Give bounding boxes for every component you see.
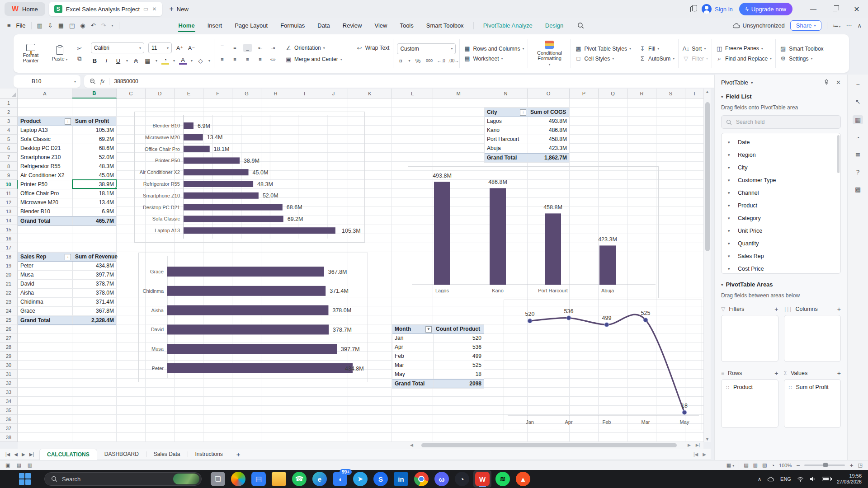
value-cell[interactable]: 1,862.7M — [528, 154, 569, 162]
row-label-cell[interactable]: Sales Rep↓ — [18, 253, 73, 261]
row-label-cell[interactable]: Peter — [18, 262, 73, 270]
row-label-cell[interactable]: Grand Total — [18, 217, 73, 225]
selected-cell[interactable] — [72, 179, 117, 189]
row-label-cell[interactable]: City↓ — [485, 108, 528, 117]
column-header-B[interactable]: B — [72, 89, 117, 99]
value-cell[interactable]: 2098 — [434, 380, 484, 388]
value-cell[interactable]: 371.4M — [73, 298, 116, 306]
row-label-cell[interactable]: May — [392, 370, 434, 379]
row-header-27[interactable]: 27 — [0, 333, 18, 343]
row-header-36[interactable]: 36 — [0, 415, 18, 424]
status-book-icon[interactable]: ▤ — [16, 462, 21, 468]
wifi-icon[interactable] — [797, 477, 804, 482]
justify-icon[interactable]: ≡ — [256, 55, 264, 63]
view-break-icon[interactable]: ▧ — [762, 462, 767, 468]
sheet-tab-instructions[interactable]: Instructions — [188, 449, 230, 460]
increase-font-icon[interactable]: A⁺ — [176, 45, 184, 52]
merge-center-button[interactable]: ▣ Merge and Center▾ — [285, 56, 342, 63]
area-field-chip[interactable]: ∷Product — [723, 381, 776, 393]
value-cell[interactable]: 69.2M — [73, 135, 116, 144]
share-button[interactable]: Share▾ — [790, 20, 822, 31]
field-item-region[interactable]: ▾Region — [722, 149, 840, 161]
align-bottom-icon[interactable]: ‗ — [243, 44, 252, 52]
clock[interactable]: 19:56 27/03/2026 — [837, 473, 862, 485]
value-cell[interactable]: 378.0M — [73, 289, 116, 297]
row-header-38[interactable]: 38 — [0, 433, 18, 442]
value-cell[interactable]: 2,328.4M — [73, 316, 116, 324]
column-header-H[interactable]: H — [261, 89, 290, 99]
comma-format-icon[interactable]: 000 — [425, 58, 433, 63]
row-label-cell[interactable]: Air Conditioner X2 — [18, 171, 73, 180]
sheet-tab-calculations[interactable]: CALCULATIONS — [39, 449, 97, 460]
row-header-1[interactable]: 1 — [0, 99, 18, 108]
row-label-cell[interactable]: Desktop PC D21 — [18, 144, 73, 153]
row-header-8[interactable]: 8 — [0, 162, 18, 171]
value-cell[interactable]: 486.8M — [528, 126, 569, 135]
row-label-cell[interactable]: Lagos — [485, 117, 528, 126]
area-dropzone-values[interactable]: ∷Sum of Profit — [784, 379, 841, 428]
value-cell[interactable]: 18 — [434, 370, 484, 379]
row-label-cell[interactable]: Printer P50 — [18, 180, 73, 189]
sheet-tab-sales-data[interactable]: Sales Data — [146, 449, 188, 460]
search-highlight-image[interactable] — [173, 474, 199, 484]
percent-format-icon[interactable]: % — [414, 57, 421, 64]
autosum-button[interactable]: Σ AutoSum▾ — [639, 55, 675, 62]
vertical-scrollbar[interactable]: ▲ ▼ — [703, 89, 711, 442]
taskbar-search[interactable]: Search — [44, 472, 202, 486]
row-label-cell[interactable]: Apr — [392, 343, 434, 352]
field-item-city[interactable]: ▾City — [722, 161, 840, 174]
last-sheet-icon[interactable]: ▶| — [29, 452, 34, 457]
row-header-37[interactable]: 37 — [0, 424, 18, 433]
fx-icon[interactable]: fx — [100, 78, 104, 85]
filter-icon[interactable]: ↓ — [520, 109, 526, 116]
value-cell[interactable]: 13.4M — [73, 198, 116, 207]
chart-profit_by_product[interactable]: Blender B106.9MMicrowave M2013.4MOffice … — [134, 112, 365, 243]
taskbar-app-telegram[interactable]: ➤ — [351, 470, 369, 488]
field-item-customer-type[interactable]: ▾Customer Type — [722, 174, 840, 187]
upgrade-button[interactable]: ϟ Upgrade now — [739, 3, 793, 15]
column-header-D[interactable]: D — [146, 89, 175, 99]
area-field-chip[interactable]: ∷Sum of Profit — [786, 381, 839, 393]
chart-count_by_month[interactable]: 520Jan536Apr499Feb525Mar18May — [504, 300, 702, 430]
row-header-4[interactable]: 4 — [0, 126, 18, 135]
settings-button[interactable]: ⚙ Settings▾ — [779, 55, 823, 62]
smart-toolbox-button[interactable]: ▨ Smart Toolbox — [779, 45, 823, 52]
scroll-right-end-icon[interactable]: ▶| — [696, 443, 700, 447]
value-cell[interactable]: 434.8M — [73, 262, 116, 270]
close-document-icon[interactable]: ✕ — [152, 6, 156, 12]
value-cell[interactable]: 465.7M — [73, 217, 116, 225]
panel-close-icon[interactable]: ✕ — [836, 79, 841, 86]
window-switch-icon[interactable] — [690, 6, 695, 12]
row-label-cell[interactable]: Month▼ — [392, 325, 434, 333]
row-header-9[interactable]: 9 — [0, 171, 18, 180]
taskbar-app-obs[interactable]: ◔ — [453, 470, 471, 488]
row-label-cell[interactable]: Mar — [392, 361, 434, 370]
column-header-S[interactable]: S — [656, 89, 685, 99]
zoom-slider[interactable] — [804, 465, 845, 466]
field-item-quantity[interactable]: ▾Quantity — [722, 237, 840, 250]
redo-icon[interactable]: ↷ — [101, 22, 106, 29]
view-page-icon[interactable]: ▥ — [753, 462, 758, 468]
rail-apps-icon[interactable]: ▩ — [855, 186, 861, 193]
area-add-button[interactable]: + — [774, 370, 778, 377]
row-header-35[interactable]: 35 — [0, 406, 18, 415]
field-item-date[interactable]: ▾Date — [722, 136, 840, 149]
value-cell[interactable]: 520 — [434, 334, 484, 343]
collapse-icon[interactable]: ▾ — [721, 94, 723, 99]
rail-collapse-icon[interactable]: − — [856, 81, 859, 88]
column-header-N[interactable]: N — [484, 89, 528, 99]
value-cell[interactable]: Count of Product — [434, 325, 484, 333]
area-add-button[interactable]: + — [837, 305, 841, 313]
row-header-23[interactable]: 23 — [0, 297, 18, 306]
fill-color-menu[interactable]: ▾ — [173, 59, 175, 63]
row-label-cell[interactable]: Port Harcourt — [485, 135, 528, 144]
minimize-button[interactable]: — — [806, 5, 821, 13]
taskbar-app-copilot[interactable] — [229, 470, 247, 488]
worksheet-button[interactable]: ▤ Worksheet▾ — [463, 55, 524, 62]
field-item-cost-price[interactable]: ▾Cost Price — [722, 263, 840, 274]
row-label-cell[interactable]: David — [18, 280, 73, 288]
taskbar-app-edge[interactable]: e — [311, 470, 329, 488]
field-item-sales-rep[interactable]: ▾Sales Rep — [722, 250, 840, 263]
field-search-input[interactable]: Search field — [721, 115, 841, 129]
tab-scroll-left-icon[interactable]: |◀ — [693, 452, 698, 457]
